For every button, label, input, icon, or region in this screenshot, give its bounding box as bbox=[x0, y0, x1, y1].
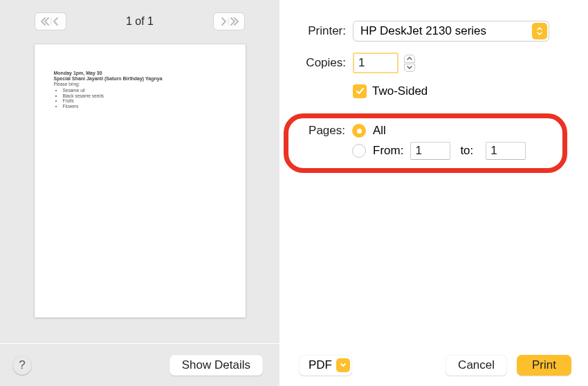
printer-label: Printer: bbox=[289, 24, 353, 38]
double-chevron-left-icon bbox=[41, 17, 60, 26]
double-chevron-right-icon bbox=[219, 17, 239, 26]
help-button[interactable]: ? bbox=[12, 356, 32, 375]
two-sided-checkbox[interactable] bbox=[353, 84, 367, 98]
copies-input[interactable] bbox=[353, 53, 398, 73]
page-nav: 1 of 1 bbox=[0, 0, 279, 37]
pages-from-input[interactable] bbox=[410, 142, 450, 160]
pages-to-input[interactable] bbox=[486, 142, 526, 160]
pages-range-radio[interactable] bbox=[352, 144, 366, 158]
updown-chevron-icon bbox=[532, 23, 547, 39]
pages-all-radio[interactable] bbox=[352, 124, 366, 138]
print-preview-page: Monday 1pm, May 30 Special Shani Jayanti… bbox=[35, 44, 246, 318]
two-sided-label: Two-Sided bbox=[372, 84, 428, 98]
next-page-group[interactable] bbox=[213, 12, 245, 30]
printer-value: HP DeskJet 2130 series bbox=[360, 24, 486, 38]
pages-from-label: From: bbox=[373, 144, 403, 158]
cancel-button[interactable]: Cancel bbox=[445, 355, 507, 376]
settings-pane: Printer: HP DeskJet 2130 series Copies: bbox=[279, 0, 588, 343]
stepper-up-icon[interactable] bbox=[404, 55, 415, 63]
show-details-button[interactable]: Show Details bbox=[169, 355, 263, 376]
pages-label: Pages: bbox=[297, 124, 352, 138]
printer-select[interactable]: HP DeskJet 2130 series bbox=[353, 21, 549, 42]
stepper-down-icon[interactable] bbox=[404, 64, 415, 72]
pages-all-label: All bbox=[373, 124, 386, 138]
copies-label: Copies: bbox=[289, 56, 353, 70]
pages-to-label: to: bbox=[460, 144, 473, 158]
chevron-down-icon bbox=[336, 358, 350, 372]
copies-stepper[interactable] bbox=[404, 54, 415, 72]
pdf-menu-button[interactable]: PDF bbox=[299, 355, 352, 376]
check-icon bbox=[356, 87, 365, 95]
pdf-label: PDF bbox=[309, 358, 332, 372]
page-indicator: 1 of 1 bbox=[126, 15, 154, 28]
pages-highlight: Pages: All From: to: bbox=[284, 113, 567, 173]
prev-page-group[interactable] bbox=[35, 12, 66, 30]
preview-pane: 1 of 1 Monday 1pm, May 30 Special Shani … bbox=[0, 0, 279, 343]
print-button[interactable]: Print bbox=[517, 355, 571, 376]
